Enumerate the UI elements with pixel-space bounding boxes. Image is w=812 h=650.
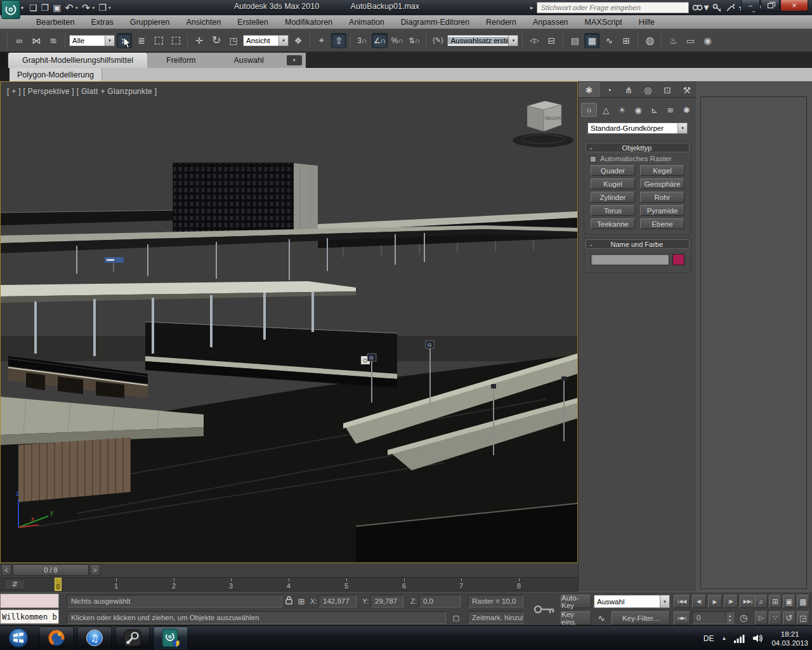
tab-create-icon[interactable]: ✱ [579,83,599,97]
keyboard-shortcut-override-icon[interactable]: ⇧ [331,33,346,48]
curve-editor-icon[interactable]: ∿ [601,33,617,48]
time-slider-handle[interactable]: 0 / 8 [13,564,89,576]
frame-spinner[interactable]: ▴ ▾ [726,612,733,623]
z-coordinate-field[interactable]: 0,0 [419,595,461,607]
field-of-view-icon[interactable]: ▷ [755,611,768,625]
maxscript-mini-listener[interactable] [0,594,59,608]
render-production-icon[interactable]: ◉ [700,33,715,48]
search-input[interactable] [537,4,688,11]
geometry-category-dropdown[interactable]: Standard-Grundkörper ▾ [587,123,688,134]
select-and-link-icon[interactable]: ∞ [11,33,27,48]
render-setup-icon[interactable]: ♨ [665,33,681,48]
manage-layers-icon[interactable]: ▤ [567,33,582,48]
clock[interactable]: 18:21 04.03.2013 [771,630,808,647]
close-button[interactable]: × [780,0,808,11]
category-spacewarps-icon[interactable]: ≋ [663,103,678,117]
default-in-out-tangents-icon[interactable]: ∿ [594,611,609,625]
set-key-button[interactable]: Key eins. [561,611,591,625]
infocenter-expander-icon[interactable]: ▸ [530,4,534,11]
menu-animation[interactable]: Animation [341,18,393,27]
select-and-manipulate-icon[interactable]: ⌖ [314,33,329,48]
angle-snap-icon[interactable]: ∠∩ [372,33,388,48]
welcome-screen-button[interactable]: Willkommen b [0,609,59,624]
x-coordinate-field[interactable]: 142,977 [318,595,357,607]
object-color-swatch[interactable] [672,254,684,265]
auto-key-button[interactable]: Auto-Key [561,595,591,608]
category-shapes-icon[interactable]: △ [598,103,613,117]
zylinder-button[interactable]: Zylinder [591,192,635,202]
subtab-polygon-modellierung[interactable]: Polygon-Modellierung [10,68,102,81]
category-systems-icon[interactable]: ✺ [679,103,694,117]
previous-frame-arrow[interactable]: < [1,564,11,576]
rectangular-selection-region-icon[interactable] [151,33,166,48]
automatisches-raster-checkbox[interactable] [589,156,596,162]
menu-anpassen[interactable]: Anpassen [525,18,577,27]
scene-hold-icon[interactable]: ❒ [98,3,107,13]
zoom-extents-all-icon[interactable]: ▩ [797,595,809,608]
snap-toggle-3d-icon[interactable]: 3∩ [355,33,370,48]
category-helpers-icon[interactable]: ⊾ [647,103,662,117]
menu-maxscript[interactable]: MAXScript [577,18,631,27]
select-and-move-icon[interactable]: ✛ [192,33,207,48]
next-frame-arrow[interactable]: > [90,564,100,576]
quader-button[interactable]: Quader [591,165,635,176]
time-configuration-icon[interactable]: ◷ [737,611,750,624]
track-bar[interactable]: ⇵ 0 1 2 3 4 5 6 7 8 0 [0,578,578,592]
mini-curve-editor-icon[interactable]: ⇵ [4,579,25,590]
tab-display-icon[interactable]: ⊡ [658,83,678,97]
go-to-start-button[interactable]: |◀◀ [674,595,690,608]
redo-icon[interactable]: ↷ [82,2,90,14]
open-file-icon[interactable]: ❐ [41,3,49,13]
absolute-mode-icon[interactable]: ⊞ [296,595,307,607]
kegel-button[interactable]: Kegel [640,165,684,176]
application-menu-button[interactable] [1,0,20,19]
maximize-viewport-icon[interactable]: ◲ [797,611,809,625]
tab-motion-icon[interactable]: ◎ [638,83,658,97]
unlink-selection-icon[interactable]: ⋈ [29,33,44,48]
selected-key-set-dropdown[interactable]: Auswahl ▾ [594,595,670,608]
viewport-label[interactable]: [ + ] [ Perspektive ] [ Glatt + Glanzpun… [7,87,157,96]
selection-filter-dropdown[interactable]: Alle ▾ [69,35,115,46]
tab-graphit-modellierung[interactable]: Graphit-Modellierungshilfsmittel [8,53,147,68]
add-time-tag[interactable]: Zeitmark. hinzuf. [468,611,523,624]
undo-icon[interactable]: ↶ [65,2,73,14]
menu-gruppieren[interactable]: Gruppieren [122,18,178,27]
redo-caret-icon[interactable]: ▾ [92,5,95,11]
tab-utilities-icon[interactable]: ⚒ [677,83,697,97]
tab-hierarchy-icon[interactable]: ⋔ [619,83,638,97]
undo-caret-icon[interactable]: ▾ [75,5,78,11]
application-menu-caret-icon[interactable]: ▾ [21,5,23,11]
language-indicator[interactable]: DE [704,634,714,643]
select-by-name-icon[interactable]: ≣ [134,33,149,48]
schematic-view-icon[interactable]: ⊞ [619,33,634,48]
rendered-frame-window-icon[interactable]: ▭ [683,33,698,48]
itunes-taskbar-button[interactable]: ♫ [77,627,112,649]
network-signal-icon[interactable] [734,634,745,643]
rollout-objekttyp-header[interactable]: - Objekttyp [586,143,690,152]
perspective-viewport[interactable]: G [0,81,578,563]
menu-ansichten[interactable]: Ansichten [178,18,229,27]
save-file-icon[interactable]: ▣ [53,3,61,13]
geosphaere-button[interactable]: Geosphäre [640,178,684,189]
play-button[interactable]: ▶ [708,595,722,608]
use-pivot-center-icon[interactable]: ❖ [291,33,306,48]
tray-overflow-icon[interactable]: ▲ [722,635,727,641]
window-crossing-icon[interactable] [168,33,183,48]
ribbon-grip[interactable] [0,52,8,68]
teekanne-button[interactable]: Teekanne [591,218,635,229]
bind-to-spacewarp-icon[interactable]: ≋ [46,33,61,48]
mirror-icon[interactable]: ◁▷ [527,33,542,48]
percent-snap-icon[interactable]: %∩ [390,33,405,48]
go-to-end-button[interactable]: ▶▶| [740,595,756,608]
tab-modify-icon[interactable]: ◔ [599,83,619,97]
subscription-key-icon[interactable] [712,3,723,12]
key-mode-toggle[interactable]: |◀▶| [674,611,690,625]
align-icon[interactable]: ⊟ [544,33,559,48]
zoom-extents-icon[interactable]: ▣ [783,595,796,608]
menu-extras[interactable]: Extras [82,18,121,27]
rohr-button[interactable]: Rohr [640,192,684,202]
isolate-selection-icon[interactable]: ◻ [449,611,463,624]
object-name-field[interactable] [591,254,669,265]
tab-auswahl[interactable]: Auswahl [215,53,283,68]
category-lights-icon[interactable]: ☀ [615,103,629,117]
